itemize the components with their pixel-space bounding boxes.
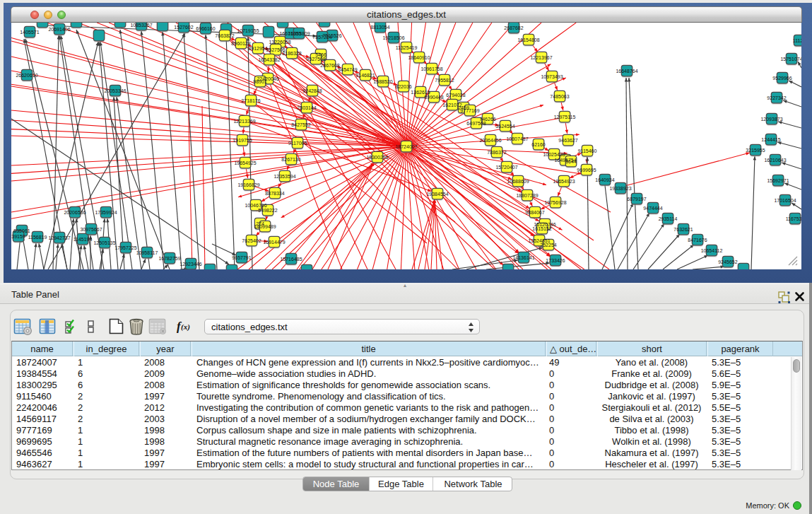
svg-text:15716485: 15716485 <box>280 257 302 262</box>
svg-text:15751074: 15751074 <box>780 57 801 62</box>
svg-text:6879197: 6879197 <box>627 197 646 201</box>
svg-text:16210643: 16210643 <box>764 158 786 163</box>
svg-text:19654925: 19654925 <box>234 160 256 165</box>
svg-text:10961758: 10961758 <box>420 66 442 71</box>
svg-text:12975115: 12975115 <box>554 115 576 119</box>
svg-text:1362615: 1362615 <box>411 90 430 95</box>
svg-text:8878334: 8878334 <box>265 191 284 196</box>
svg-text:10973493: 10973493 <box>541 74 563 79</box>
svg-text:14099489: 14099489 <box>254 224 276 229</box>
svg-text:2718176: 2718176 <box>241 98 260 103</box>
svg-text:39159: 39159 <box>11 234 25 239</box>
svg-text:1919755: 1919755 <box>233 138 252 143</box>
svg-text:10719155: 10719155 <box>237 28 259 33</box>
svg-text:5498222: 5498222 <box>258 208 277 213</box>
svg-text:9699695: 9699695 <box>577 168 596 173</box>
svg-text:19384554: 19384554 <box>426 192 448 197</box>
svg-text:9245652: 9245652 <box>718 259 737 264</box>
svg-text:(x): (x) <box>181 322 190 332</box>
svg-text:6497568: 6497568 <box>466 121 486 126</box>
svg-text:9117005: 9117005 <box>288 141 307 146</box>
svg-text:1405571: 1405571 <box>20 30 39 35</box>
svg-text:7632621: 7632621 <box>673 227 693 232</box>
svg-text:9777169: 9777169 <box>460 108 479 113</box>
svg-text:1640934: 1640934 <box>595 177 614 182</box>
svg-text:6966160: 6966160 <box>196 26 215 31</box>
svg-text:8813054: 8813054 <box>370 25 389 30</box>
svg-text:19218506: 19218506 <box>382 35 404 40</box>
svg-text:98901: 98901 <box>253 79 267 84</box>
svg-text:20206536: 20206536 <box>64 210 86 215</box>
svg-text:2935114: 2935114 <box>659 216 678 221</box>
svg-text:835061: 835061 <box>13 228 30 233</box>
svg-text:1527602: 1527602 <box>174 25 193 30</box>
svg-text:12213369: 12213369 <box>233 119 255 124</box>
svg-text:13226058: 13226058 <box>269 40 290 45</box>
svg-text:9227342: 9227342 <box>767 95 786 100</box>
svg-text:12923446: 12923446 <box>180 262 201 267</box>
svg-text:7857224: 7857224 <box>312 35 331 40</box>
svg-text:9527508: 9527508 <box>306 57 325 62</box>
svg-text:9463627: 9463627 <box>558 138 577 143</box>
svg-text:18724007: 18724007 <box>395 144 417 149</box>
svg-text:2687682: 2687682 <box>504 25 523 30</box>
svg-text:15692971: 15692971 <box>767 178 789 183</box>
svg-text:11127: 11127 <box>793 38 801 43</box>
svg-text:1145194: 1145194 <box>73 237 93 242</box>
svg-text:16648764: 16648764 <box>616 69 637 74</box>
svg-text:18300295: 18300295 <box>366 155 388 160</box>
svg-text:1588520: 1588520 <box>373 79 392 84</box>
svg-text:8427552: 8427552 <box>291 122 310 127</box>
svg-text:10654112: 10654112 <box>701 248 723 253</box>
svg-text:14136141: 14136141 <box>512 255 534 260</box>
svg-text:1733426: 1733426 <box>546 258 565 263</box>
svg-text:12942737: 12942737 <box>48 235 70 240</box>
svg-text:10853267: 10853267 <box>130 23 152 28</box>
svg-text:3624554: 3624554 <box>495 124 514 129</box>
svg-text:9146821: 9146821 <box>355 73 375 78</box>
svg-text:12505135: 12505135 <box>93 240 115 245</box>
svg-text:9242848: 9242848 <box>302 88 322 93</box>
svg-text:7663822: 7663822 <box>215 33 234 38</box>
svg-text:10046766: 10046766 <box>245 203 266 208</box>
svg-text:9529966: 9529966 <box>772 76 792 81</box>
svg-text:16914479: 16914479 <box>263 240 285 245</box>
svg-text:3215955: 3215955 <box>746 148 765 153</box>
svg-text:19654923: 19654923 <box>553 179 575 184</box>
svg-text:252254: 252254 <box>540 243 556 247</box>
svg-text:6794028: 6794028 <box>446 93 465 98</box>
svg-text:16033809: 16033809 <box>288 31 310 36</box>
svg-text:62160: 62160 <box>531 142 546 147</box>
svg-text:1156819: 1156819 <box>28 235 47 240</box>
svg-text:12213967: 12213967 <box>530 55 552 60</box>
svg-text:2803144: 2803144 <box>297 105 316 110</box>
svg-text:18807289: 18807289 <box>516 193 538 198</box>
svg-text:10807487: 10807487 <box>506 136 528 141</box>
svg-text:16154808: 16154808 <box>517 37 539 42</box>
svg-text:7886372: 7886372 <box>487 150 506 155</box>
svg-text:20053346: 20053346 <box>104 88 126 93</box>
svg-text:26620610: 26620610 <box>16 73 37 78</box>
svg-text:20691406: 20691406 <box>48 27 70 32</box>
svg-text:8960128: 8960128 <box>231 41 250 46</box>
svg-text:18640910: 18640910 <box>408 55 430 60</box>
svg-text:30975667: 30975667 <box>80 227 102 232</box>
svg-text:9657791: 9657791 <box>232 255 251 260</box>
svg-text:16782759: 16782759 <box>158 256 180 261</box>
svg-text:10688609: 10688609 <box>507 179 529 184</box>
svg-text:19338923: 19338923 <box>609 186 631 191</box>
svg-text:12353594: 12353594 <box>273 174 295 179</box>
svg-text:7485063: 7485063 <box>550 94 569 99</box>
svg-text:17359924: 17359924 <box>95 210 117 215</box>
svg-text:822036: 822036 <box>395 84 411 89</box>
svg-text:7955812: 7955812 <box>435 78 454 83</box>
svg-text:1167533: 1167533 <box>786 216 801 221</box>
svg-text:11325419: 11325419 <box>396 45 418 50</box>
svg-text:8454749: 8454749 <box>338 67 357 72</box>
svg-text:8990448: 8990448 <box>424 95 443 100</box>
svg-text:8267130: 8267130 <box>281 157 300 162</box>
svg-text:9474444: 9474444 <box>643 206 662 211</box>
svg-text:8912954: 8912954 <box>248 46 267 51</box>
svg-text:1244415: 1244415 <box>761 137 780 142</box>
svg-text:19166829: 19166829 <box>237 182 259 187</box>
